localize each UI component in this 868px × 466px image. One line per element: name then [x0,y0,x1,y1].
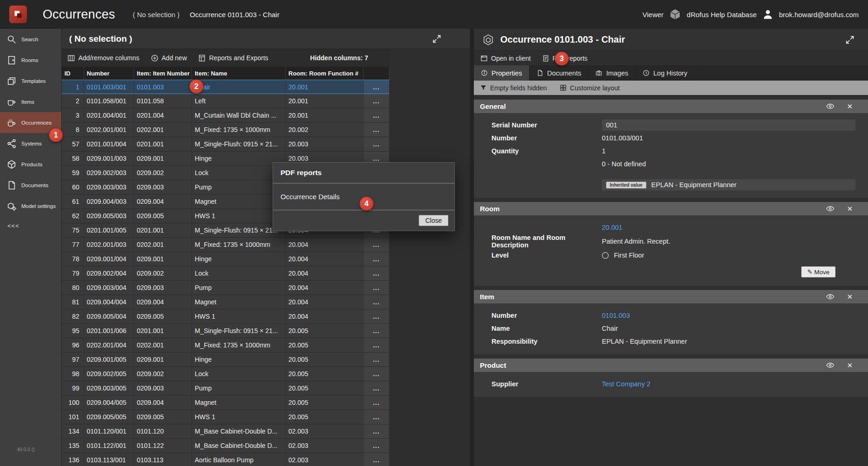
table-cell-item_number[interactable]: 0209.004 [134,396,192,409]
table-cell-id[interactable]: 100 [62,396,84,409]
row-actions-button[interactable]: ... [364,295,389,309]
table-cell-id[interactable]: 2 [62,94,84,108]
table-cell-item_number[interactable]: 0209.001 [134,252,192,266]
table-row[interactable]: 770202.001/0030202.001M_Fixed: 1735 × 10… [62,238,389,252]
row-actions-button[interactable]: ... [364,80,389,94]
table-cell-id[interactable]: 58 [62,151,84,165]
user-email[interactable]: brok.howard@drofus.com [779,11,859,19]
table-cell-item_number[interactable]: 0209.002 [134,367,192,381]
table-cell-item_name[interactable]: Magnet [192,295,286,309]
table-cell-item_number[interactable]: 0101.122 [134,439,192,453]
table-cell-item_number[interactable]: 0209.001 [134,151,192,165]
section-header[interactable]: General ✕ [474,100,868,113]
table-cell-item_number[interactable]: 0101.003 [134,80,192,94]
table-cell-room[interactable]: 20.001 [286,108,364,122]
table-cell-room[interactable]: 20.003 [286,137,364,151]
section-close-icon[interactable]: ✕ [847,361,853,370]
table-cell-item_name[interactable]: Pump [192,180,286,194]
table-row[interactable]: 80202.001/0010202.001M_Fixed: 1735 × 100… [62,123,389,137]
open-in-client-button[interactable]: Open in client [480,55,531,62]
table-cell-id[interactable]: 8 [62,123,84,137]
table-row[interactable]: 810209.004/0040209.004Magnet20.004... [62,295,389,309]
table-cell-item_number[interactable]: 0209.004 [134,295,192,309]
column-header-item-number[interactable]: Item: Item Number [134,67,192,80]
row-actions-button[interactable]: ... [364,338,389,352]
table-cell-item_name[interactable]: Lock [192,166,286,180]
field-link[interactable]: 0101.003 [602,310,855,321]
table-cell-item_name[interactable]: M_Curtain Wall Dbl Chain ... [192,108,286,122]
table-cell-number[interactable]: 0209.002/005 [84,367,134,381]
section-close-icon[interactable]: ✕ [847,205,853,213]
table-cell-room[interactable]: 20.005 [286,381,364,395]
section-close-icon[interactable]: ✕ [847,293,853,301]
close-button[interactable]: Close [419,215,448,226]
table-cell-id[interactable]: 80 [62,281,84,295]
row-actions-button[interactable]: ... [364,108,389,122]
customize-layout-button[interactable]: Customize layout [560,84,619,92]
table-cell-number[interactable]: 0209.002/004 [84,266,134,280]
table-cell-room[interactable]: 20.004 [286,295,364,309]
table-cell-item_name[interactable]: Pump [192,381,286,395]
table-cell-id[interactable]: 97 [62,353,84,366]
table-cell-item_number[interactable]: 0209.001 [134,353,192,366]
table-cell-number[interactable]: 0201.001/004 [84,137,134,151]
tab-log-history[interactable]: Log History [636,65,695,81]
row-actions-button[interactable]: ... [364,381,389,395]
row-actions-button[interactable]: ... [364,252,389,266]
table-cell-id[interactable]: 96 [62,338,84,352]
visibility-eye-icon[interactable] [826,294,835,300]
section-header[interactable]: Product ✕ [474,359,868,372]
sidebar-item-documents[interactable]: Documents [0,175,61,195]
visibility-eye-icon[interactable] [826,206,835,212]
table-cell-item_number[interactable]: 0209.005 [134,309,192,323]
section-close-icon[interactable]: ✕ [847,102,853,111]
field-input[interactable]: Inherited valueEPLAN - Equipment Planner [602,179,855,190]
table-cell-number[interactable]: 0103.113/001 [84,453,134,466]
table-cell-id[interactable]: 62 [62,209,84,223]
table-cell-number[interactable]: 0209.005/005 [84,410,134,424]
column-header-number[interactable]: Number [84,67,134,80]
breadcrumb-detail[interactable]: Occurrence 0101.003 - Chair [190,11,279,19]
table-row[interactable]: 790209.002/0040209.002Lock20.004... [62,266,389,281]
table-cell-id[interactable]: 78 [62,252,84,266]
table-cell-item_name[interactable]: HWS 1 [192,209,286,223]
reports-and-exports-button[interactable]: Reports and Exports [198,54,268,62]
table-cell-room[interactable]: 02.003 [286,439,364,453]
row-actions-button[interactable]: ... [364,396,389,409]
table-cell-number[interactable]: 0209.002/003 [84,166,134,180]
sidebar-item-search[interactable]: Search [0,29,61,50]
database-cube-icon[interactable] [669,8,682,21]
table-cell-item_number[interactable]: 0209.005 [134,410,192,424]
field-link[interactable]: Test Company 2 [602,378,855,390]
table-cell-room[interactable]: 20.005 [286,338,364,352]
row-actions-button[interactable]: ... [364,424,389,438]
table-row[interactable]: 20101.058/0010101.058Left20.001... [62,94,389,108]
drofus-logo-icon[interactable] [9,6,27,23]
table-cell-number[interactable]: 0209.005/004 [84,309,134,323]
table-cell-item_name[interactable]: Left [192,94,286,108]
table-cell-room[interactable]: 20.005 [286,353,364,366]
table-row[interactable]: 800209.003/0040209.003Pump20.004... [62,281,389,295]
table-cell-room[interactable]: 20.004 [286,238,364,252]
expand-detail-panel-icon[interactable] [845,35,855,45]
add-remove-columns-button[interactable]: Add/remove columns [67,54,140,62]
table-cell-item_name[interactable]: M_Base Cabinet-Double D... [192,424,286,438]
add-new-button[interactable]: Add new [151,54,187,62]
table-cell-number[interactable]: 0209.004/004 [84,295,134,309]
table-cell-item_number[interactable]: 0209.002 [134,166,192,180]
table-cell-room[interactable]: 02.003 [286,453,364,466]
visibility-eye-icon[interactable] [826,103,835,109]
table-cell-number[interactable]: 0101.003/001 [84,80,134,94]
table-cell-room[interactable]: 02.003 [286,424,364,438]
move-button[interactable]: ✎ Move [801,266,836,277]
table-cell-item_number[interactable]: 0209.003 [134,381,192,395]
table-cell-item_name[interactable]: Pump [192,281,286,295]
table-cell-id[interactable]: 61 [62,195,84,208]
table-cell-id[interactable]: 134 [62,424,84,438]
column-header-room-function[interactable]: Room: Room Function # [286,67,364,80]
table-cell-id[interactable]: 95 [62,324,84,338]
table-cell-number[interactable]: 0209.001/004 [84,252,134,266]
table-cell-item_number[interactable]: 0202.001 [134,338,192,352]
table-cell-item_number[interactable]: 0209.003 [134,281,192,295]
table-cell-room[interactable]: 20.004 [286,252,364,266]
